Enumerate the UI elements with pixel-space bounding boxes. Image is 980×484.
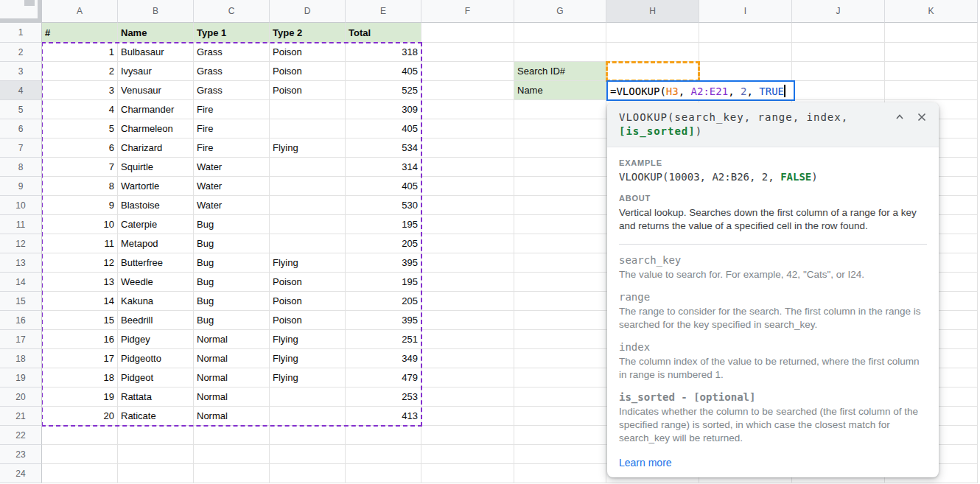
cell-editor[interactable]: =VLOOKUP(H3, A2:E21, 2, TRUE: [606, 80, 795, 101]
row-header-24[interactable]: 24: [0, 464, 42, 483]
cell-B24[interactable]: [118, 464, 194, 483]
row-header-19[interactable]: 19: [0, 368, 42, 387]
cell-K1[interactable]: [885, 23, 978, 43]
cell-A17[interactable]: 16: [42, 330, 118, 349]
cell-E22[interactable]: [346, 426, 421, 445]
cell-D13[interactable]: Flying: [270, 253, 346, 273]
column-header-D[interactable]: D: [270, 0, 346, 23]
cell-F14[interactable]: [421, 273, 514, 292]
cell-B19[interactable]: Pidgeot: [118, 368, 194, 387]
cell-A24[interactable]: [42, 464, 118, 483]
cell-B6[interactable]: Charmeleon: [118, 119, 194, 138]
row-header-3[interactable]: 3: [0, 62, 42, 81]
cell-C17[interactable]: Normal: [194, 330, 270, 349]
cell-E11[interactable]: 195: [346, 215, 421, 234]
cell-G4[interactable]: Name: [514, 81, 606, 100]
cell-D11[interactable]: [270, 215, 346, 234]
cell-G18[interactable]: [514, 349, 606, 368]
cell-A5[interactable]: 4: [42, 100, 118, 119]
cell-B2[interactable]: Bulbasaur: [118, 43, 194, 62]
cell-B9[interactable]: Wartortle: [118, 177, 194, 196]
cell-E4[interactable]: 525: [346, 81, 421, 100]
cell-C19[interactable]: Normal: [194, 368, 270, 387]
row-header-15[interactable]: 15: [0, 292, 42, 311]
cell-H2[interactable]: [606, 43, 699, 62]
cell-B12[interactable]: Metapod: [118, 234, 194, 253]
cell-C13[interactable]: Bug: [194, 253, 270, 273]
column-header-B[interactable]: B: [118, 0, 194, 23]
cell-B23[interactable]: [118, 445, 194, 464]
cell-G15[interactable]: [514, 292, 606, 311]
cell-E1[interactable]: Total: [346, 23, 421, 43]
cell-F2[interactable]: [421, 43, 514, 62]
row-header-21[interactable]: 21: [0, 407, 42, 426]
cell-C20[interactable]: Normal: [194, 387, 270, 407]
cell-E21[interactable]: 413: [346, 407, 421, 426]
row-header-17[interactable]: 17: [0, 330, 42, 349]
cell-G24[interactable]: [514, 464, 606, 483]
cell-J4[interactable]: [792, 81, 885, 100]
cell-K3[interactable]: [885, 62, 978, 81]
cell-D4[interactable]: Poison: [270, 81, 346, 100]
row-header-2[interactable]: 2: [0, 43, 42, 62]
cell-B14[interactable]: Weedle: [118, 273, 194, 292]
cell-A14[interactable]: 13: [42, 273, 118, 292]
cell-F7[interactable]: [421, 138, 514, 158]
cell-C22[interactable]: [194, 426, 270, 445]
learn-more-link[interactable]: Learn more: [619, 457, 672, 469]
cell-B8[interactable]: Squirtle: [118, 158, 194, 177]
cell-C6[interactable]: Fire: [194, 119, 270, 138]
cell-D20[interactable]: [270, 387, 346, 407]
cell-B17[interactable]: Pidgey: [118, 330, 194, 349]
cell-C23[interactable]: [194, 445, 270, 464]
cell-K4[interactable]: [885, 81, 978, 100]
cell-D9[interactable]: [270, 177, 346, 196]
cell-F23[interactable]: [421, 445, 514, 464]
cell-D8[interactable]: [270, 158, 346, 177]
cell-B1[interactable]: Name: [118, 23, 194, 43]
cell-C12[interactable]: Bug: [194, 234, 270, 253]
cell-F9[interactable]: [421, 177, 514, 196]
cell-A11[interactable]: 10: [42, 215, 118, 234]
cell-A18[interactable]: 17: [42, 349, 118, 368]
cell-E19[interactable]: 479: [346, 368, 421, 387]
row-header-10[interactable]: 10: [0, 196, 42, 215]
cell-D6[interactable]: [270, 119, 346, 138]
cell-A7[interactable]: 6: [42, 138, 118, 158]
row-header-22[interactable]: 22: [0, 426, 42, 445]
cell-J2[interactable]: [792, 43, 885, 62]
cell-D14[interactable]: Poison: [270, 273, 346, 292]
cell-F8[interactable]: [421, 158, 514, 177]
cell-F22[interactable]: [421, 426, 514, 445]
select-all-corner[interactable]: [0, 0, 42, 23]
cell-A1[interactable]: #: [42, 23, 118, 43]
cell-F24[interactable]: [421, 464, 514, 483]
cell-F19[interactable]: [421, 368, 514, 387]
row-header-8[interactable]: 8: [0, 158, 42, 177]
cell-G14[interactable]: [514, 273, 606, 292]
cell-E17[interactable]: 251: [346, 330, 421, 349]
cell-B16[interactable]: Beedrill: [118, 311, 194, 330]
cell-G22[interactable]: [514, 426, 606, 445]
cell-F3[interactable]: [421, 62, 514, 81]
cell-A22[interactable]: [42, 426, 118, 445]
cell-G13[interactable]: [514, 253, 606, 273]
cell-D12[interactable]: [270, 234, 346, 253]
cell-J1[interactable]: [792, 23, 885, 43]
cell-C5[interactable]: Fire: [194, 100, 270, 119]
cell-C2[interactable]: Grass: [194, 43, 270, 62]
cell-G5[interactable]: [514, 100, 606, 119]
row-header-18[interactable]: 18: [0, 349, 42, 368]
cell-E24[interactable]: [346, 464, 421, 483]
row-header-20[interactable]: 20: [0, 387, 42, 407]
cell-G21[interactable]: [514, 407, 606, 426]
cell-E18[interactable]: 349: [346, 349, 421, 368]
cell-C7[interactable]: Fire: [194, 138, 270, 158]
cell-B15[interactable]: Kakuna: [118, 292, 194, 311]
cell-C11[interactable]: Bug: [194, 215, 270, 234]
cell-C21[interactable]: Normal: [194, 407, 270, 426]
column-header-F[interactable]: F: [421, 0, 514, 23]
cell-G9[interactable]: [514, 177, 606, 196]
cell-D5[interactable]: [270, 100, 346, 119]
cell-C15[interactable]: Bug: [194, 292, 270, 311]
